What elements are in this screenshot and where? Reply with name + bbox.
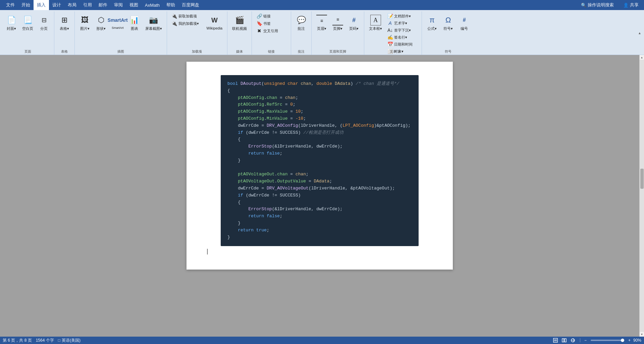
code-line-10: ErrorStop(&lDriverHandle, dwErrCde);: [227, 143, 412, 150]
cover-btn[interactable]: 📄 封面▾: [4, 13, 19, 33]
code-line-15: ptAOVoltageOut.OutputValue = DAdata;: [227, 178, 412, 185]
screenshot-label: 屏幕截图▾: [145, 26, 162, 31]
zoom-level[interactable]: 90%: [633, 338, 641, 343]
menu-bar: 文件 开始 插入 设计 布局 引用 邮件 审阅 视图 AxMath 帮助 百度网…: [0, 0, 644, 10]
chart-icon: 📊: [129, 15, 140, 25]
header-icon: ≡: [316, 15, 327, 25]
status-bar-right: − + 90%: [552, 337, 641, 343]
smartart-btn[interactable]: SmartArt SmartArt: [110, 13, 126, 33]
group-label-comments: 批注: [298, 49, 305, 54]
read-view-btn[interactable]: [561, 337, 567, 343]
blank-page-btn[interactable]: 📃 空白页: [20, 13, 35, 33]
ribbon-group-links: 🔗 链接 🔖 书签 ✖ 交叉引用 链接: [252, 11, 291, 55]
dropcap-btn[interactable]: A↓ 首字下沉▾: [385, 27, 419, 34]
ribbon-group-table-items: ⊞ 表格▾: [57, 13, 72, 55]
word-count: 1564 个字: [36, 338, 54, 343]
ribbon-collapse-btn[interactable]: ▲: [637, 11, 643, 55]
menu-view[interactable]: 视图: [126, 0, 142, 10]
code-line-22: return true;: [227, 227, 412, 234]
bookmark-icon: 🔖: [257, 21, 262, 26]
my-addins-btn[interactable]: 🔌 我的加载项▾: [170, 20, 203, 27]
cross-ref-btn[interactable]: ✖ 交叉引用: [255, 27, 288, 34]
zoom-slider[interactable]: [591, 340, 624, 341]
textbox-btn[interactable]: A 文本框▾: [367, 13, 384, 33]
scroll-track[interactable]: [640, 60, 644, 332]
shape-icon: ⬡: [96, 15, 106, 25]
datetime-icon: 📅: [387, 42, 393, 47]
cross-ref-icon: ✖: [257, 28, 262, 34]
screenshot-btn[interactable]: 📷 屏幕截图▾: [143, 13, 164, 33]
code-line-13: [227, 164, 412, 171]
group-label-illustration: 插图: [117, 49, 124, 54]
word-page: bool DAoutput(unsigned char chan, double…: [186, 62, 453, 270]
share-btn[interactable]: 👤 共享: [621, 2, 641, 8]
signature-label: 签名行▾: [394, 35, 407, 40]
status-bar: 第 6 页，共 8 页 1564 个字 □ 英语(美国) − + 90%: [0, 337, 644, 344]
menu-review[interactable]: 审阅: [111, 0, 126, 10]
scroll-down-btn[interactable]: ▼: [640, 332, 644, 337]
main-area: bool DAoutput(unsigned char chan, double…: [0, 55, 644, 337]
cross-ref-label: 交叉引用: [263, 28, 278, 34]
code-line-23: }: [227, 234, 412, 241]
shape-btn[interactable]: ⬡ 形状▾: [94, 13, 108, 33]
group-label-media: 媒体: [236, 49, 243, 54]
wikipedia-icon: W: [209, 15, 220, 25]
svg-rect-5: [565, 339, 566, 342]
wordart-btn[interactable]: A 艺术字▾: [385, 20, 419, 26]
read-view-icon: [562, 338, 567, 343]
docparts-btn[interactable]: 📝 文档部件▾: [385, 13, 419, 19]
menu-mailings[interactable]: 邮件: [95, 0, 111, 10]
zoom-in-btn[interactable]: +: [628, 338, 631, 343]
print-view-btn[interactable]: [552, 337, 558, 343]
cover-label: 封面▾: [7, 26, 16, 31]
docparts-icon: 📝: [387, 13, 393, 19]
menu-layout[interactable]: 布局: [64, 0, 80, 10]
formula-label: 公式▾: [427, 26, 437, 31]
scroll-up-btn[interactable]: ▲: [640, 55, 644, 60]
smartart-icon: SmartArt: [112, 15, 123, 25]
symbol-btn[interactable]: Ω 符号▾: [441, 13, 455, 33]
code-line-9: {: [227, 136, 412, 143]
zoom-thumb[interactable]: [621, 339, 624, 342]
link-btn[interactable]: 🔗 链接: [255, 13, 288, 19]
online-video-btn[interactable]: 🎬 联机视频: [230, 13, 249, 33]
web-view-icon: [571, 338, 575, 343]
cover-icon: 📄: [6, 15, 17, 25]
right-scrollbar[interactable]: ▲ ▼: [639, 55, 644, 337]
datetime-btn[interactable]: 📅 日期和时间: [385, 41, 419, 48]
code-line-12: }: [227, 157, 412, 164]
chart-btn[interactable]: 📊 图表: [127, 13, 142, 33]
zoom-out-btn[interactable]: −: [584, 338, 587, 343]
table-btn[interactable]: ⊞ 表格▾: [57, 13, 72, 33]
signature-btn[interactable]: ✍ 签名行▾: [385, 34, 419, 41]
page-break-btn[interactable]: ⊟ 分页: [37, 13, 51, 33]
search-help-btn[interactable]: 🔍 操作说明搜索: [578, 2, 616, 8]
scroll-thumb[interactable]: [640, 169, 644, 189]
comment-btn[interactable]: 💬 批注: [294, 13, 309, 33]
footer-label: 页脚▾: [333, 26, 342, 31]
comment-icon: 💬: [296, 15, 307, 25]
ribbon-group-links-items: 🔗 链接 🔖 书签 ✖ 交叉引用: [255, 13, 288, 55]
header-btn[interactable]: ≡ 页眉▾: [314, 13, 329, 33]
picture-btn[interactable]: 🖼 图片▾: [77, 13, 92, 33]
menu-axmath[interactable]: AxMath: [142, 0, 163, 10]
menu-design[interactable]: 设计: [49, 0, 64, 10]
page-number-btn[interactable]: # 页码▾: [346, 13, 361, 33]
footer-btn[interactable]: ≡ 页脚▾: [330, 13, 345, 33]
menu-references[interactable]: 引用: [80, 0, 95, 10]
numbering-btn[interactable]: # 编号: [457, 13, 472, 33]
bookmark-btn[interactable]: 🔖 书签: [255, 20, 288, 27]
menu-insert[interactable]: 插入: [34, 0, 49, 10]
wikipedia-btn[interactable]: W Wikipedia: [205, 13, 225, 33]
table-label: 表格▾: [60, 26, 69, 31]
web-view-btn[interactable]: [570, 337, 576, 343]
get-addins-btn[interactable]: 🔌 获取加载项: [170, 13, 203, 19]
menu-help[interactable]: 帮助: [163, 0, 178, 10]
menu-file[interactable]: 文件: [3, 0, 18, 10]
menu-home[interactable]: 开始: [18, 0, 34, 10]
text-cursor: |: [207, 248, 208, 255]
formula-btn[interactable]: π 公式▾: [425, 13, 439, 33]
dropcap-icon: A↓: [387, 27, 393, 33]
menu-baidu[interactable]: 百度网盘: [178, 0, 203, 10]
chart-label: 图表: [131, 26, 138, 31]
